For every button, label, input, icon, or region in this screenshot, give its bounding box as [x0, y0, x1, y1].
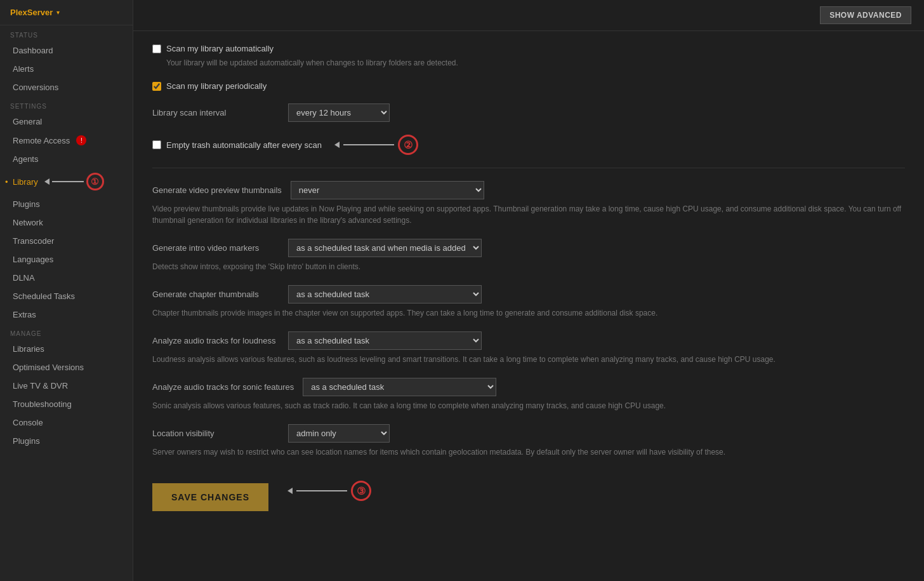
intro-markers-row: Generate intro video markers neveras a s… — [152, 239, 905, 272]
divider-1 — [152, 168, 905, 168]
empty-trash-annotation-row: Empty trash automatically after every sc… — [152, 135, 905, 155]
save-changes-button[interactable]: SAVE CHANGES — [152, 483, 268, 511]
audio-loudness-description: Loudness analysis allows various feature… — [152, 354, 905, 365]
annotation-arrow-1: ① — [44, 173, 104, 190]
annotation-arrow-2: ② — [334, 135, 418, 155]
scan-auto-checkbox[interactable] — [152, 44, 161, 53]
sidebar-item-label-network: Network — [13, 218, 43, 227]
empty-trash-checkbox[interactable] — [152, 140, 161, 149]
scan-periodically-row: Scan my library periodically — [152, 81, 905, 91]
sidebar-item-alerts[interactable]: Alerts — [0, 60, 133, 78]
sidebar-item-label-console: Console — [13, 418, 43, 427]
intro-markers-label: Generate intro video markers — [152, 243, 279, 253]
video-thumbnails-label: Generate video preview thumbnails — [152, 185, 282, 195]
audio-sonic-select[interactable]: neveras a scheduled taskas a scheduled t… — [303, 378, 496, 396]
chapter-thumbnails-inline: Generate chapter thumbnails neveras a sc… — [152, 285, 905, 304]
sidebar-section-label-status: STATUS — [0, 25, 133, 41]
video-thumbnails-select[interactable]: neveras a scheduled taskas a scheduled t… — [291, 181, 484, 199]
audio-sonic-description: Sonic analysis allows various features, … — [152, 400, 905, 411]
sidebar-item-label-plugins: Plugins — [13, 199, 40, 209]
arrow-triangle-icon — [334, 142, 340, 148]
sidebar-item-label-live-tv-dvr: Live TV & DVR — [13, 381, 68, 391]
video-thumbnails-row: Generate video preview thumbnails nevera… — [152, 181, 905, 226]
scan-auto-checkbox-row: Scan my library automatically — [152, 44, 905, 53]
chapter-thumbnails-select[interactable]: neveras a scheduled taskas a scheduled t… — [288, 285, 482, 304]
audio-sonic-inline: Analyze audio tracks for sonic features … — [152, 378, 905, 396]
sidebar-item-remote-access[interactable]: Remote Access! — [0, 131, 133, 150]
sidebar-item-label-languages: Languages — [13, 255, 53, 264]
top-bar: SHOW ADVANCED — [133, 0, 924, 31]
sidebar-item-conversions[interactable]: Conversions — [0, 78, 133, 97]
save-row: SAVE CHANGES ③ — [152, 471, 905, 511]
server-name: PlexServer — [10, 8, 53, 17]
scan-periodic-checkbox-row: Scan my library periodically — [152, 81, 905, 91]
library-scan-interval-row: Library scan interval every 2 hoursevery… — [152, 104, 905, 122]
sidebar-item-extras[interactable]: Extras — [0, 305, 133, 324]
sidebar-item-label-remote-access: Remote Access — [13, 136, 70, 145]
annotation-arrow-3: ③ — [287, 481, 371, 501]
intro-markers-inline: Generate intro video markers neveras a s… — [152, 239, 905, 257]
sidebar-item-live-tv-dvr[interactable]: Live TV & DVR — [0, 377, 133, 395]
sidebar-item-label-scheduled-tasks: Scheduled Tasks — [13, 291, 75, 301]
intro-markers-description: Detects show intros, exposing the 'Skip … — [152, 261, 905, 272]
sidebar-item-network[interactable]: Network — [0, 213, 133, 232]
sidebar-item-languages[interactable]: Languages — [0, 250, 133, 269]
library-scan-interval-label: Library scan interval — [152, 108, 279, 117]
empty-trash-label: Empty trash automatically after every sc… — [166, 140, 322, 150]
chapter-thumbnails-row: Generate chapter thumbnails neveras a sc… — [152, 285, 905, 319]
audio-sonic-row: Analyze audio tracks for sonic features … — [152, 378, 905, 411]
chapter-thumbnails-description: Chapter thumbnails provide images in the… — [152, 307, 905, 319]
content-area: Scan my library automatically Your libra… — [133, 31, 924, 537]
sidebar-item-library[interactable]: Library① — [0, 168, 133, 195]
location-visibility-select[interactable]: admin onlyeveryone — [288, 424, 390, 443]
sidebar-item-label-troubleshooting: Troubleshooting — [13, 399, 72, 409]
server-selector[interactable]: PlexServer ▾ — [0, 0, 133, 25]
sidebar-item-label-general: General — [13, 117, 42, 126]
sidebar-item-label-library: Library — [13, 177, 38, 187]
sidebar-item-console[interactable]: Console — [0, 413, 133, 432]
sidebar: PlexServer ▾ STATUSDashboardAlertsConver… — [0, 0, 133, 581]
audio-loudness-select[interactable]: neveras a scheduled taskas a scheduled t… — [288, 331, 482, 350]
arrow-line — [343, 144, 394, 145]
sidebar-item-troubleshooting[interactable]: Troubleshooting — [0, 395, 133, 413]
video-thumbnails-inline: Generate video preview thumbnails nevera… — [152, 181, 905, 199]
sidebar-item-label-dlna: DLNA — [13, 273, 35, 283]
sidebar-item-optimised-versions[interactable]: Optimised Versions — [0, 358, 133, 377]
scan-periodic-checkbox[interactable] — [152, 82, 161, 91]
video-thumbnails-description: Video preview thumbnails provide live up… — [152, 203, 905, 226]
save-arrow-triangle-icon — [287, 488, 293, 494]
scan-periodic-label: Scan my library periodically — [166, 81, 267, 91]
audio-sonic-label: Analyze audio tracks for sonic features — [152, 382, 294, 392]
location-visibility-description: Server owners may wish to restrict who c… — [152, 446, 905, 458]
location-visibility-inline: Location visibility admin onlyeveryone — [152, 424, 905, 443]
sidebar-item-libraries[interactable]: Libraries — [0, 340, 133, 358]
arrow-1-triangle-icon — [44, 178, 50, 185]
sidebar-item-scheduled-tasks[interactable]: Scheduled Tasks — [0, 287, 133, 305]
audio-loudness-inline: Analyze audio tracks for loudness nevera… — [152, 331, 905, 350]
location-visibility-label: Location visibility — [152, 429, 279, 438]
sidebar-item-plugins[interactable]: Plugins — [0, 195, 133, 213]
sidebar-item-dashboard[interactable]: Dashboard — [0, 41, 133, 60]
annotation-circle-2: ② — [398, 135, 418, 155]
arrow-1-line — [52, 181, 84, 182]
sidebar-item-plugins-manage[interactable]: Plugins — [0, 432, 133, 450]
sidebar-item-dlna[interactable]: DLNA — [0, 269, 133, 287]
sidebar-sections: STATUSDashboardAlertsConversionsSETTINGS… — [0, 25, 133, 450]
audio-loudness-row: Analyze audio tracks for loudness nevera… — [152, 331, 905, 365]
sidebar-item-label-conversions: Conversions — [13, 83, 58, 92]
intro-markers-select[interactable]: neveras a scheduled taskas a scheduled t… — [288, 239, 482, 257]
sidebar-item-general[interactable]: General — [0, 112, 133, 131]
library-scan-interval-inline: Library scan interval every 2 hoursevery… — [152, 104, 905, 122]
sidebar-badge-remote-access: ! — [76, 135, 86, 145]
library-scan-interval-select[interactable]: every 2 hoursevery 6 hoursevery 12 hours… — [288, 104, 390, 122]
annotation-circle-3: ③ — [351, 481, 371, 501]
show-advanced-button[interactable]: SHOW ADVANCED — [820, 6, 911, 24]
sidebar-item-agents[interactable]: Agents — [0, 150, 133, 168]
sidebar-section-label-settings: SETTINGS — [0, 97, 133, 112]
sidebar-item-label-extras: Extras — [13, 310, 36, 319]
empty-trash-checkbox-row: Empty trash automatically after every sc… — [152, 140, 322, 150]
empty-trash-row: Empty trash automatically after every sc… — [152, 135, 905, 155]
main-content: SHOW ADVANCED Scan my library automatica… — [133, 0, 924, 581]
sidebar-item-transcoder[interactable]: Transcoder — [0, 232, 133, 250]
scan-automatically-row: Scan my library automatically Your libra… — [152, 44, 905, 69]
